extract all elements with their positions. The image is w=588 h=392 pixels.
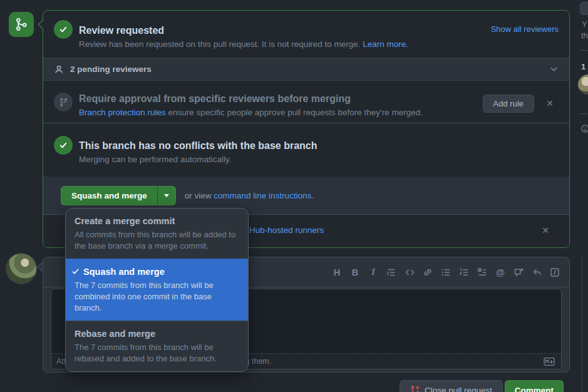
clipped-count-fragment: 1	[581, 62, 585, 71]
dropdown-caret-icon	[164, 194, 169, 197]
divider-vertical	[582, 255, 582, 392]
user-avatar[interactable]	[6, 254, 36, 284]
show-all-reviewers-link[interactable]: Show all reviewers	[491, 24, 559, 34]
comment-button[interactable]: Comment	[505, 380, 564, 392]
merge-options-dropdown-button[interactable]	[157, 186, 176, 205]
check-circle-icon	[54, 20, 73, 39]
person-icon	[54, 64, 64, 75]
merge-button-group: Squash and merge	[61, 186, 176, 205]
mention-icon[interactable]: @	[495, 267, 506, 278]
slash-commands-icon[interactable]	[549, 267, 560, 278]
list-unordered-icon[interactable]	[440, 267, 451, 278]
divider	[579, 113, 587, 114]
no-conflicts-description: Merging can be performed automatically.	[79, 153, 559, 166]
quote-icon[interactable]	[386, 267, 397, 278]
hosted-runners-link[interactable]: Hub-hosted runners	[249, 225, 324, 235]
branch-protection-section: Require approval from specific reviewers…	[43, 81, 569, 123]
menu-item-create-merge-commit[interactable]: Create a merge commit All commits from t…	[66, 209, 248, 259]
heading-icon[interactable]: H	[331, 267, 343, 278]
chevron-down-icon	[549, 64, 559, 74]
code-icon[interactable]	[404, 267, 415, 278]
no-conflicts-section: This branch has no conflicts with the ba…	[43, 123, 569, 177]
pull-request-merge-panel: Review requested Review has been request…	[0, 0, 588, 392]
no-conflicts-title: This branch has no conflicts with the ba…	[79, 140, 559, 152]
review-requested-description: Review has been requested on this pull r…	[79, 38, 559, 51]
markdown-supported-icon	[544, 358, 555, 366]
check-circle-icon	[54, 136, 73, 155]
merge-box-caret	[38, 19, 43, 29]
cli-instructions-text: or view command line instructions.	[185, 191, 314, 200]
clipped-button-fragment[interactable]	[580, 2, 588, 15]
add-rule-button[interactable]: Add rule	[483, 95, 534, 113]
git-branch-icon	[54, 93, 73, 111]
close-pull-request-button[interactable]: Close pull request	[400, 380, 503, 392]
merge-method-dropdown: Create a merge commit All commits from t…	[65, 208, 249, 372]
branch-protection-rules-link[interactable]: Branch protection rules	[79, 108, 166, 117]
tasklist-icon[interactable]	[477, 267, 488, 278]
dismiss-runners-notice-icon[interactable]: ✕	[542, 226, 549, 235]
pending-reviewers-label: 2 pending reviewers	[70, 64, 152, 74]
clipped-text-fragment: th	[581, 31, 588, 40]
bold-icon[interactable]: B	[349, 267, 361, 278]
review-requested-title: Review requested	[79, 24, 559, 37]
clipped-emoji-icon[interactable]	[580, 124, 588, 133]
pending-reviewers-row[interactable]: 2 pending reviewers	[43, 58, 569, 81]
italic-icon[interactable]: I	[368, 267, 379, 278]
squash-and-merge-button[interactable]: Squash and merge	[61, 186, 157, 205]
link-icon[interactable]	[422, 267, 433, 278]
avatar[interactable]	[578, 75, 588, 95]
selected-check-icon	[71, 267, 80, 276]
divider	[580, 50, 588, 51]
comment-box-caret	[37, 262, 43, 272]
clipped-text-fragment: Y	[582, 19, 587, 29]
command-line-instructions-link[interactable]: command line instructions	[214, 191, 311, 200]
cross-reference-icon[interactable]	[513, 267, 524, 278]
pull-request-closed-icon	[410, 385, 420, 392]
close-pull-request-label: Close pull request	[425, 386, 492, 392]
git-merge-icon	[9, 12, 34, 37]
review-requested-section: Review requested Review has been request…	[43, 11, 569, 58]
reply-icon[interactable]	[531, 267, 542, 278]
learn-more-link[interactable]: Learn more.	[363, 39, 408, 49]
dismiss-branch-protection-icon[interactable]: ✕	[546, 99, 554, 108]
menu-item-rebase-and-merge[interactable]: Rebase and merge The 7 commits from this…	[66, 321, 248, 371]
menu-item-squash-and-merge[interactable]: Squash and merge The 7 commits from this…	[66, 259, 248, 321]
list-ordered-icon[interactable]	[458, 267, 470, 278]
